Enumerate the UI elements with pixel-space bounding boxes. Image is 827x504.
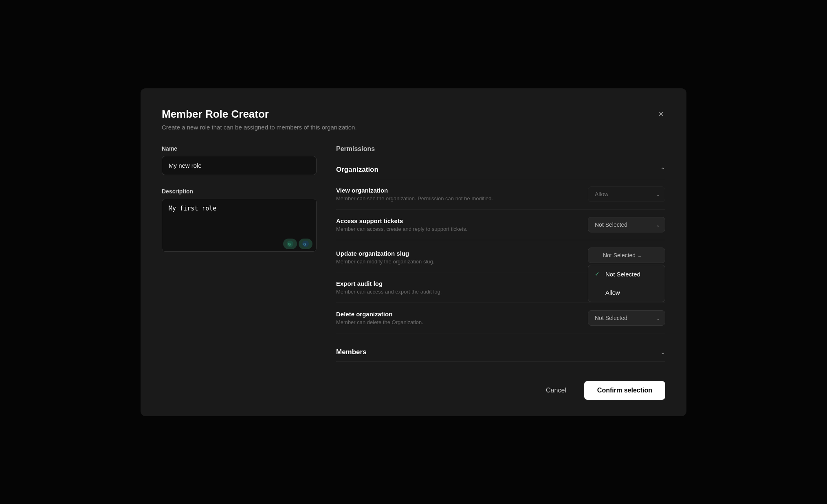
permission-row-update-slug: Update organization slug Member can modi…: [336, 240, 665, 272]
description-label: Description: [162, 188, 317, 195]
permission-info-export-audit: Export audit log Member can access and e…: [336, 280, 442, 295]
modal-subtitle: Create a new role that can be assigned t…: [162, 124, 357, 131]
dropdown-item-allow[interactable]: Allow: [588, 283, 665, 302]
permission-desc-view-org: Member can see the organization. Permiss…: [336, 195, 493, 202]
organization-chevron-up-icon: ⌃: [660, 167, 665, 173]
modal-header: Member Role Creator Create a new role th…: [162, 108, 665, 131]
permission-desc-delete-org: Member can delete the Organization.: [336, 319, 423, 325]
dropdown-item-not-selected[interactable]: ✓ Not Selected: [588, 265, 665, 283]
permission-select-access-support[interactable]: Not Selected Allow: [588, 217, 665, 232]
modal-title-block: Member Role Creator Create a new role th…: [162, 108, 357, 131]
permission-select-view-org[interactable]: Allow: [588, 186, 665, 202]
permission-name-export-audit: Export audit log: [336, 280, 442, 287]
name-label: Name: [162, 145, 317, 152]
permission-select-delete-org[interactable]: Not Selected Allow: [588, 310, 665, 326]
dropdown-item-label-allow: Allow: [605, 289, 620, 296]
permission-info-access-support: Access support tickets Member can access…: [336, 217, 467, 232]
permission-row-delete-org: Delete organization Member can delete th…: [336, 303, 665, 333]
check-icon: ✓: [595, 271, 601, 277]
permission-desc-update-slug: Member can modify the organization slug.: [336, 259, 434, 265]
permission-dropdown-trigger-update-slug[interactable]: Not Selected ⌄: [588, 248, 665, 263]
permission-info-view-org: View organization Member can see the org…: [336, 187, 493, 202]
permission-select-wrapper-access-support: Not Selected Allow ⌄: [588, 217, 665, 232]
left-column: Name Description My first role G: [162, 145, 317, 362]
permission-desc-export-audit: Member can access and export the audit l…: [336, 289, 442, 295]
members-section-title: Members: [336, 348, 367, 356]
modal-dialog: Member Role Creator Create a new role th…: [141, 88, 686, 416]
close-button[interactable]: ×: [657, 108, 665, 120]
permission-select-wrapper-delete-org: Not Selected Allow ⌄: [588, 310, 665, 326]
grammarly-widget: G G: [283, 239, 312, 249]
members-section: Members ⌄: [336, 342, 665, 362]
permission-row-view-org: View organization Member can see the org…: [336, 179, 665, 210]
permission-row-access-support: Access support tickets Member can access…: [336, 210, 665, 240]
permission-info-delete-org: Delete organization Member can delete th…: [336, 311, 423, 325]
modal-body: Name Description My first role G: [162, 145, 665, 362]
svg-text:G: G: [304, 242, 306, 246]
modal-title: Member Role Creator: [162, 108, 357, 121]
members-section-header[interactable]: Members ⌄: [336, 342, 665, 362]
permissions-label: Permissions: [336, 145, 665, 153]
grammarly-secondary: G: [299, 239, 312, 249]
modal-footer: Cancel Confirm selection: [162, 375, 665, 400]
grammarly-pill: G: [283, 239, 297, 249]
members-chevron-down-icon: ⌄: [660, 349, 665, 355]
description-wrapper: My first role G G: [162, 199, 317, 253]
organization-section-title: Organization: [336, 166, 378, 174]
name-input[interactable]: [162, 156, 317, 175]
permission-dropdown-wrapper-update-slug: Not Selected ⌄ ✓ Not Selected Allow: [588, 248, 665, 263]
permission-desc-access-support: Member can access, create and reply to s…: [336, 226, 467, 232]
confirm-button[interactable]: Confirm selection: [584, 381, 665, 400]
permission-name-update-slug: Update organization slug: [336, 250, 434, 257]
permission-name-access-support: Access support tickets: [336, 217, 467, 224]
permission-select-wrapper-view-org: Allow ⌄: [588, 186, 665, 202]
organization-section: Organization ⌃ View organization Member …: [336, 161, 665, 333]
organization-section-header[interactable]: Organization ⌃: [336, 161, 665, 179]
permission-name-view-org: View organization: [336, 187, 493, 194]
right-column: Permissions Organization ⌃ View organiza…: [336, 145, 665, 362]
cancel-button[interactable]: Cancel: [536, 381, 576, 400]
permission-info-update-slug: Update organization slug Member can modi…: [336, 248, 434, 265]
permission-dropdown-menu-update-slug: ✓ Not Selected Allow: [588, 265, 665, 302]
svg-text:G: G: [288, 242, 291, 246]
dropdown-item-label-not-selected: Not Selected: [605, 271, 640, 278]
permission-name-delete-org: Delete organization: [336, 311, 423, 318]
